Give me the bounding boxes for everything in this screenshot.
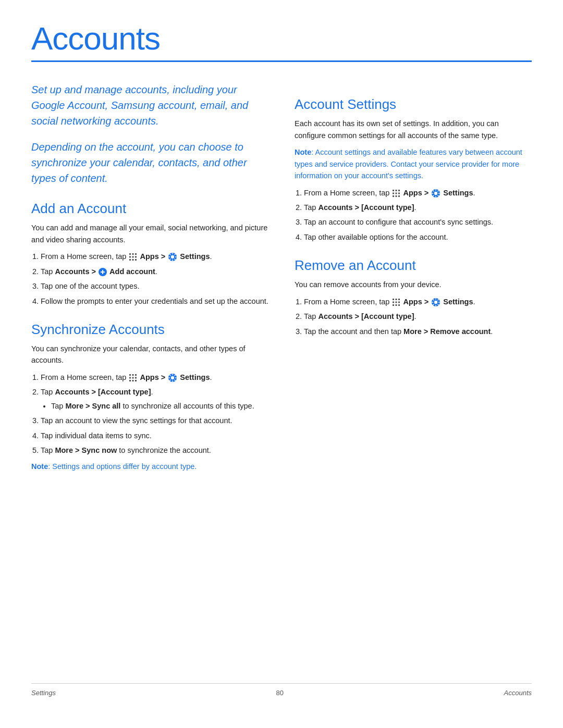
svg-rect-19 [135, 380, 137, 381]
accsettings-step-3: Tap an account to configure that account… [304, 216, 532, 228]
account-settings-heading: Account Settings [295, 96, 532, 113]
sync-note: Note: Settings and options differ by acc… [31, 461, 268, 472]
right-column: Account Settings Each account has its ow… [295, 82, 532, 662]
accsettings-step-1: From a Home screen, tap Apps > [304, 187, 532, 199]
svg-rect-26 [396, 192, 397, 194]
account-settings-note: Note: Account settings and available fea… [295, 146, 532, 181]
svg-rect-0 [129, 253, 131, 255]
sync-accounts-heading: Synchronize Accounts [31, 322, 268, 338]
svg-rect-23 [396, 190, 397, 191]
main-content: Set up and manage accounts, including yo… [31, 82, 532, 662]
remove-step-3: Tap the account and then tap More > Remo… [304, 326, 532, 337]
svg-rect-1 [132, 253, 134, 255]
svg-point-10 [171, 255, 174, 258]
account-settings-intro: Each account has its own set of settings… [295, 118, 532, 141]
add-step-3: Tap one of the account types. [41, 280, 268, 292]
svg-rect-5 [135, 256, 137, 258]
apps-label: Apps > [140, 252, 165, 261]
svg-rect-40 [396, 304, 397, 306]
sync-step-3: Tap an account to view the sync settings… [41, 415, 268, 426]
page-footer: Settings 80 Accounts [31, 683, 532, 697]
svg-rect-29 [396, 195, 397, 197]
remove-step-2: Tap Accounts > [Account type]. [304, 311, 532, 322]
footer-left: Settings [31, 689, 56, 697]
sync-step-2: Tap Accounts > [Account type]. Tap More … [41, 386, 268, 412]
header-rule [31, 60, 532, 62]
svg-rect-6 [129, 259, 131, 261]
add-step-2: Tap Accounts > Add account. [41, 266, 268, 277]
svg-rect-7 [132, 259, 134, 261]
svg-rect-14 [129, 377, 131, 379]
page-title: Accounts [31, 21, 532, 56]
svg-point-21 [171, 376, 174, 379]
svg-rect-13 [135, 374, 137, 376]
apps-icon-remove [392, 298, 400, 306]
add-step-1: From a Home screen, tap Apps > [41, 251, 268, 262]
page-header: Accounts [31, 21, 532, 77]
svg-rect-36 [393, 302, 394, 303]
svg-rect-37 [396, 302, 397, 303]
plus-icon [99, 268, 107, 276]
svg-rect-28 [393, 195, 394, 197]
intro-para1: Set up and manage accounts, including yo… [31, 82, 268, 129]
svg-rect-38 [398, 302, 400, 303]
intro-para2: Depending on the account, you can choose… [31, 139, 268, 186]
apps-icon-sync [129, 374, 137, 382]
add-account-intro: You can add and manage all your email, s… [31, 222, 268, 245]
svg-rect-17 [129, 380, 131, 381]
svg-rect-25 [393, 192, 394, 194]
remove-step-1: From a Home screen, tap Apps > [304, 296, 532, 307]
svg-rect-27 [398, 192, 400, 194]
settings-icon-remove [431, 298, 440, 307]
sync-step-1: From a Home screen, tap Apps > [41, 372, 268, 383]
svg-rect-39 [393, 304, 394, 306]
svg-rect-12 [132, 374, 134, 376]
svg-point-43 [434, 301, 437, 304]
svg-rect-30 [398, 195, 400, 197]
remove-account-intro: You can remove accounts from your device… [295, 279, 532, 290]
settings-icon [168, 252, 177, 262]
footer-page-number: 80 [276, 689, 284, 697]
footer-right: Accounts [504, 689, 532, 697]
svg-rect-8 [135, 259, 137, 261]
apps-icon-accsettings [392, 189, 400, 198]
add-step-4: Follow the prompts to enter your credent… [41, 295, 268, 307]
svg-point-32 [434, 192, 437, 195]
svg-rect-11 [129, 374, 131, 376]
sync-step-4: Tap individual data items to sync. [41, 430, 268, 441]
svg-rect-33 [393, 299, 394, 300]
accsettings-step-2: Tap Accounts > [Account type]. [304, 202, 532, 213]
left-column: Set up and manage accounts, including yo… [31, 82, 268, 662]
svg-rect-22 [393, 190, 394, 191]
settings-icon-sync [168, 373, 177, 382]
add-account-heading: Add an Account [31, 201, 268, 217]
add-account-steps: From a Home screen, tap Apps > [31, 251, 268, 307]
remove-account-heading: Remove an Account [295, 257, 532, 274]
svg-rect-2 [135, 253, 137, 255]
page: Accounts Set up and manage accounts, inc… [0, 0, 563, 728]
accsettings-step-4: Tap other available options for the acco… [304, 231, 532, 243]
settings-icon-accsettings [431, 189, 440, 198]
sync-step-5: Tap More > Sync now to synchronize the a… [41, 445, 268, 456]
svg-rect-15 [132, 377, 134, 379]
account-settings-steps: From a Home screen, tap Apps > [295, 187, 532, 243]
svg-rect-16 [135, 377, 137, 379]
sync-substeps: Tap More > Sync all to synchronize all a… [41, 400, 268, 412]
sync-substep-1: Tap More > Sync all to synchronize all a… [51, 400, 268, 412]
svg-rect-41 [398, 304, 400, 306]
apps-icon [129, 253, 137, 261]
remove-account-steps: From a Home screen, tap Apps > [295, 296, 532, 337]
svg-rect-34 [396, 299, 397, 300]
sync-accounts-intro: You can synchronize your calendar, conta… [31, 343, 268, 366]
settings-label: Settings [180, 252, 210, 261]
svg-rect-3 [129, 256, 131, 258]
svg-rect-24 [398, 190, 400, 191]
svg-rect-4 [132, 256, 134, 258]
svg-rect-35 [398, 299, 400, 300]
svg-rect-18 [132, 380, 134, 381]
sync-accounts-steps: From a Home screen, tap Apps > [31, 372, 268, 456]
